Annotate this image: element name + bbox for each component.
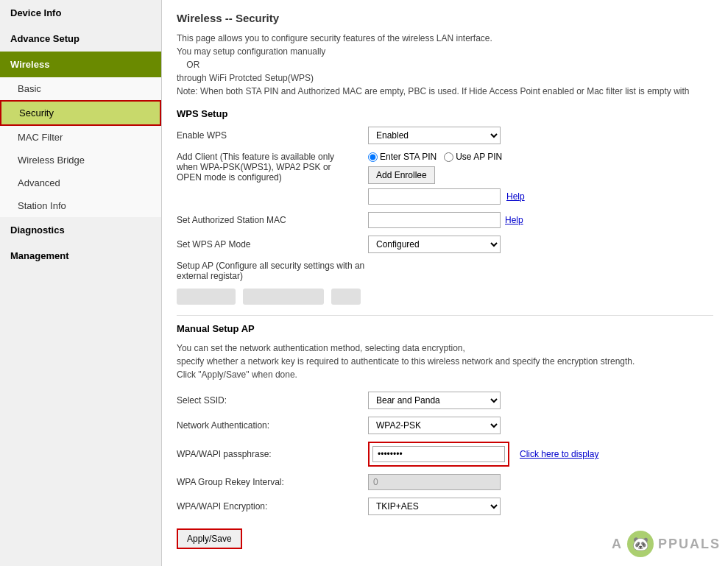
sidebar-item-security[interactable]: Security xyxy=(0,100,161,126)
wps-section-title: WPS Setup xyxy=(177,108,713,119)
wps-ap-mode-label: Set WPS AP Mode xyxy=(177,239,368,250)
main-content: Wireless -- Security This page allows yo… xyxy=(162,0,728,566)
enter-sta-pin-input[interactable] xyxy=(368,152,378,162)
auth-station-input[interactable] xyxy=(368,212,501,228)
blurred-button-1 xyxy=(177,289,236,305)
wpa-passphrase-input[interactable] xyxy=(372,446,505,462)
wpa-encryption-label: WPA/WAPI Encryption: xyxy=(177,501,368,512)
sidebar-item-diagnostics[interactable]: Diagnostics xyxy=(0,217,161,243)
page-description: This page allows you to configure securi… xyxy=(177,32,713,98)
add-enrollee-button[interactable]: Add Enrollee xyxy=(368,166,435,184)
use-ap-pin-input[interactable] xyxy=(444,152,453,162)
network-auth-select[interactable]: WPA2-PSK WPA-PSK Open Shared xyxy=(368,417,501,434)
sidebar-item-station-info[interactable]: Station Info xyxy=(0,194,161,217)
enable-wps-label: Enable WPS xyxy=(177,130,368,141)
desc-line4: through WiFi Protcted Setup(WPS) xyxy=(177,73,314,83)
wpa-passphrase-label: WPA/WAPI passphrase: xyxy=(177,449,368,459)
wpa-rekey-row: WPA Group Rekey Interval: xyxy=(177,474,713,490)
sta-pin-input[interactable] xyxy=(368,188,501,205)
sidebar-item-advanced[interactable]: Advanced xyxy=(0,171,161,194)
wpa-encryption-row: WPA/WAPI Encryption: TKIP+AES AES TKIP xyxy=(177,498,713,515)
desc-line1: This page allows you to configure securi… xyxy=(177,33,492,43)
use-ap-pin-radio[interactable]: Use AP PIN xyxy=(444,152,502,162)
watermark-icon: 🐼 xyxy=(626,529,655,559)
desc-line2: You may setup configuration manually xyxy=(177,46,325,57)
enter-sta-pin-radio[interactable]: Enter STA PIN xyxy=(368,152,437,162)
network-auth-control: WPA2-PSK WPA-PSK Open Shared xyxy=(368,417,501,434)
setup-ap-label: Setup AP (Configure all security setting… xyxy=(177,261,368,281)
svg-text:🐼: 🐼 xyxy=(632,536,649,552)
manual-desc-2: specify whether a network key is require… xyxy=(177,356,635,367)
use-ap-pin-label: Use AP PIN xyxy=(456,152,502,162)
enable-wps-control: Enabled Disabled xyxy=(368,127,501,144)
enable-wps-row: Enable WPS Enabled Disabled xyxy=(177,127,713,144)
blurred-button-3 xyxy=(331,289,361,305)
pin-help-link[interactable]: Help xyxy=(506,191,525,202)
auth-station-row: Set Authorized Station MAC Help xyxy=(177,212,713,228)
select-ssid-label: Select SSID: xyxy=(177,395,368,406)
wpa-encryption-control: TKIP+AES AES TKIP xyxy=(368,498,501,515)
pin-radio-group: Enter STA PIN Use AP PIN xyxy=(368,152,502,162)
enable-wps-select[interactable]: Enabled Disabled xyxy=(368,127,501,144)
desc-line3: OR xyxy=(186,60,199,70)
enter-sta-pin-label: Enter STA PIN xyxy=(380,152,437,162)
desc-line5: Note: When both STA PIN and Authorized M… xyxy=(177,86,690,96)
select-ssid-select[interactable]: Bear and Panda xyxy=(368,392,501,409)
wpa-passphrase-row: WPA/WAPI passphrase: Click here to displ… xyxy=(177,442,713,467)
add-client-control: Enter STA PIN Use AP PIN Add Enrollee He… xyxy=(368,152,525,205)
sidebar-item-mac-filter[interactable]: MAC Filter xyxy=(0,126,161,149)
network-auth-label: Network Authentication: xyxy=(177,420,368,431)
manual-desc-1: You can set the network authentication m… xyxy=(177,343,465,353)
apply-save-button[interactable]: Apply/Save xyxy=(177,528,242,549)
wpa-rekey-input[interactable] xyxy=(368,474,501,490)
sidebar-item-advance-setup[interactable]: Advance Setup xyxy=(0,26,161,52)
sidebar-item-wireless-bridge[interactable]: Wireless Bridge xyxy=(0,149,161,171)
manual-description: You can set the network authentication m… xyxy=(177,342,713,381)
select-ssid-control: Bear and Panda xyxy=(368,392,501,409)
auth-station-control: Help xyxy=(368,212,523,228)
wpa-encryption-select[interactable]: TKIP+AES AES TKIP xyxy=(368,498,501,515)
network-auth-row: Network Authentication: WPA2-PSK WPA-PSK… xyxy=(177,417,713,434)
add-client-row: Add Client (This feature is available on… xyxy=(177,152,713,205)
page-title: Wireless -- Security xyxy=(177,12,713,24)
blurred-button-2 xyxy=(243,289,324,305)
blurred-buttons-row xyxy=(177,289,713,305)
watermark: A 🐼 PPUALS xyxy=(612,529,721,559)
wps-ap-mode-control: Configured Unconfigured xyxy=(368,236,501,253)
sidebar-item-device-info[interactable]: Device Info xyxy=(0,0,161,26)
auth-help-link[interactable]: Help xyxy=(505,215,523,225)
manual-desc-3: Click "Apply/Save" when done. xyxy=(177,369,297,380)
select-ssid-row: Select SSID: Bear and Panda xyxy=(177,392,713,409)
auth-station-label: Set Authorized Station MAC xyxy=(177,215,368,225)
wpa-passphrase-control: Click here to display xyxy=(368,442,598,467)
watermark-text: A xyxy=(612,537,623,552)
section-divider xyxy=(177,315,713,316)
sidebar-item-management[interactable]: Management xyxy=(0,243,161,269)
sidebar-item-wireless[interactable]: Wireless xyxy=(0,52,161,77)
manual-section-title: Manual Setup AP xyxy=(177,323,713,334)
setup-ap-row: Setup AP (Configure all security setting… xyxy=(177,261,713,281)
wpa-rekey-control xyxy=(368,474,501,490)
add-client-label: Add Client (This feature is available on… xyxy=(177,152,368,183)
wpa-passphrase-highlighted xyxy=(368,442,509,467)
click-display-link[interactable]: Click here to display xyxy=(520,449,598,459)
wpa-rekey-label: WPA Group Rekey Interval: xyxy=(177,477,368,487)
wps-ap-mode-select[interactable]: Configured Unconfigured xyxy=(368,236,501,253)
sidebar: Device Info Advance Setup Wireless Basic… xyxy=(0,0,162,566)
watermark-suffix: PPUALS xyxy=(658,537,721,552)
wps-ap-mode-row: Set WPS AP Mode Configured Unconfigured xyxy=(177,236,713,253)
sidebar-item-basic[interactable]: Basic xyxy=(0,77,161,100)
